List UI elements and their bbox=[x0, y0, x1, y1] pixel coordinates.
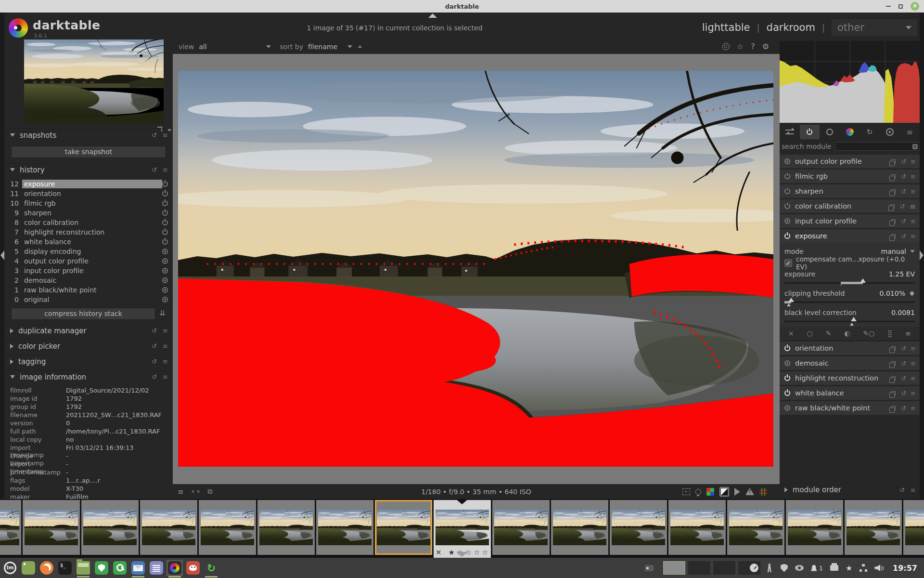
power-icon[interactable] bbox=[784, 188, 790, 194]
multi-instance-icon[interactable] bbox=[891, 189, 896, 194]
power-icon[interactable] bbox=[162, 229, 168, 235]
presets-menu-icon[interactable]: ≡ bbox=[911, 233, 916, 240]
reset-icon[interactable]: ↺ bbox=[152, 131, 157, 139]
printer-tray-icon[interactable] bbox=[830, 565, 838, 571]
power-icon[interactable] bbox=[784, 233, 790, 239]
tab-base-modules[interactable] bbox=[820, 125, 840, 139]
multi-instance-icon[interactable] bbox=[891, 174, 896, 179]
graphics-driver-tray-icon[interactable] bbox=[795, 565, 804, 571]
black-level-slider[interactable] bbox=[784, 318, 915, 325]
presets-menu-icon[interactable]: ≡ bbox=[911, 390, 916, 397]
reject-icon[interactable]: ✕ bbox=[436, 548, 442, 557]
filmstrip-thumbnail[interactable] bbox=[668, 500, 726, 555]
module-output-color-profile[interactable]: output color profile ↺≡ bbox=[780, 155, 920, 168]
filmstrip-thumbnail[interactable] bbox=[610, 500, 667, 555]
darkroom-canvas[interactable] bbox=[173, 54, 780, 484]
tab-active-modules[interactable] bbox=[800, 125, 820, 139]
softproof-icon[interactable] bbox=[734, 488, 740, 496]
multi-instance-icon[interactable] bbox=[891, 406, 896, 410]
power-icon[interactable] bbox=[162, 181, 168, 187]
filmstrip[interactable]: ✕★☆☆☆☆ bbox=[0, 499, 924, 558]
history-item[interactable]: 6 white balance bbox=[4, 237, 173, 247]
filmstrip-thumbnail[interactable] bbox=[551, 500, 608, 555]
filmstrip-thumbnail[interactable] bbox=[140, 500, 197, 555]
media-player-tray-icon[interactable] bbox=[645, 565, 654, 571]
power-icon[interactable] bbox=[784, 203, 790, 209]
collapse-right-panel-arrow-icon[interactable] bbox=[920, 250, 924, 260]
history-item[interactable]: 0 original bbox=[4, 295, 173, 304]
history-item[interactable]: 3 input color profile bbox=[4, 266, 173, 276]
compensate-checkbox[interactable]: ✓ bbox=[784, 259, 792, 267]
stars[interactable]: ★☆☆☆☆ bbox=[449, 548, 490, 557]
reset-icon[interactable]: ↺ bbox=[901, 173, 906, 180]
network-tree-tray-icon[interactable] bbox=[860, 564, 867, 572]
blend-drawn-parametric-icon[interactable]: ✎○ bbox=[863, 329, 874, 337]
history-item[interactable]: 9 sharpen bbox=[4, 208, 173, 218]
histogram[interactable] bbox=[780, 41, 920, 123]
taskbar-terminal[interactable]: $_ bbox=[57, 560, 73, 576]
reset-icon[interactable]: ↺ bbox=[152, 358, 157, 365]
multi-instance-icon[interactable] bbox=[891, 361, 896, 366]
power-icon[interactable] bbox=[162, 200, 168, 206]
reset-icon[interactable]: ↺ bbox=[901, 375, 906, 382]
module-sharpen[interactable]: sharpen ↺≡ bbox=[780, 184, 920, 198]
module-input-color-profile[interactable]: input color profile ↺≡ bbox=[780, 214, 920, 228]
volume-tray-icon[interactable]: )) bbox=[874, 565, 884, 571]
view-switch-lighttable[interactable]: lighttable bbox=[702, 22, 750, 33]
focus-peaking-icon[interactable] bbox=[682, 488, 690, 495]
presets-menu-icon[interactable]: ≡ bbox=[911, 375, 916, 382]
eyedropper-icon[interactable] bbox=[909, 290, 915, 296]
module-highlight-reconstruction[interactable]: highlight reconstruction ↺≡ bbox=[780, 371, 920, 385]
taskbar-sync[interactable]: ↻ bbox=[203, 560, 219, 576]
power-icon[interactable] bbox=[162, 220, 168, 225]
taskbar-documents[interactable] bbox=[148, 560, 165, 576]
collapse-left-panel-arrow-icon[interactable] bbox=[0, 250, 4, 260]
sort-ascending-icon[interactable] bbox=[358, 45, 362, 48]
reset-icon[interactable]: ↺ bbox=[901, 405, 906, 412]
compress-stack-icon[interactable]: ⇊ bbox=[159, 309, 166, 317]
tab-color-modules[interactable] bbox=[840, 125, 860, 139]
system-monitor-tray-icon[interactable] bbox=[750, 564, 758, 572]
reset-icon[interactable]: ↺ bbox=[901, 360, 906, 367]
filmstrip-thumbnail[interactable] bbox=[316, 500, 373, 555]
taskbar-darktable[interactable] bbox=[167, 560, 183, 576]
collapse-filmstrip-arrow-icon[interactable] bbox=[456, 552, 468, 557]
presets-menu-icon[interactable]: ≡ bbox=[911, 173, 916, 180]
history-item[interactable]: 7 highlight reconstruction bbox=[4, 227, 173, 237]
raw-overexposed-icon[interactable] bbox=[706, 488, 714, 496]
tab-effect-modules[interactable]: ★ bbox=[880, 125, 900, 139]
multi-instance-icon[interactable] bbox=[891, 391, 896, 395]
presets-menu-icon[interactable]: ≡ bbox=[163, 342, 168, 350]
reset-icon[interactable]: ↺ bbox=[901, 390, 906, 397]
reset-icon[interactable]: ↺ bbox=[900, 203, 905, 210]
second-window-icon[interactable] bbox=[722, 43, 730, 50]
module-order-section[interactable]: module order ↺≡ bbox=[784, 486, 920, 494]
help-icon[interactable]: ? bbox=[751, 42, 755, 51]
exposure-slider[interactable] bbox=[784, 279, 915, 286]
history-item[interactable]: 10 filmic rgb bbox=[4, 198, 173, 208]
clipping-value[interactable]: 0.010% bbox=[880, 289, 905, 297]
taskbar-firewall[interactable] bbox=[93, 560, 110, 576]
filmstrip-thumbnail[interactable] bbox=[81, 500, 139, 555]
favorites-star-icon[interactable]: ☆ bbox=[737, 42, 744, 51]
duplicate-manager-header[interactable]: duplicate manager ↺≡ bbox=[4, 324, 173, 337]
reset-icon[interactable]: ↺ bbox=[152, 166, 157, 173]
module-color-calibration[interactable]: color calibration ↺≡ bbox=[780, 199, 920, 213]
power-icon[interactable] bbox=[162, 191, 168, 197]
blend-uniform-icon[interactable]: ○ bbox=[807, 329, 813, 337]
taskbar-passwords[interactable] bbox=[112, 560, 128, 576]
filmstrip-thumbnail[interactable] bbox=[23, 500, 80, 555]
reset-icon[interactable]: ↺ bbox=[901, 345, 906, 352]
power-icon[interactable] bbox=[784, 375, 790, 381]
blend-drawn-mask-icon[interactable]: ✎ bbox=[826, 329, 832, 337]
reset-icon[interactable]: ↺ bbox=[901, 218, 906, 225]
preferences-gear-icon[interactable]: ⚙ bbox=[762, 42, 769, 51]
reset-icon[interactable]: ↺ bbox=[901, 233, 906, 240]
presets-menu-icon[interactable]: ≡ bbox=[911, 218, 916, 225]
history-item[interactable]: 8 color calibration bbox=[4, 218, 173, 227]
collapse-top-panel-arrow-icon[interactable] bbox=[428, 13, 437, 18]
filmstrip-thumbnail[interactable] bbox=[199, 500, 256, 555]
view-other-dropdown[interactable]: other bbox=[832, 19, 917, 36]
power-icon[interactable] bbox=[162, 239, 168, 245]
module-white-balance[interactable]: white balance ↺≡ bbox=[780, 386, 920, 400]
